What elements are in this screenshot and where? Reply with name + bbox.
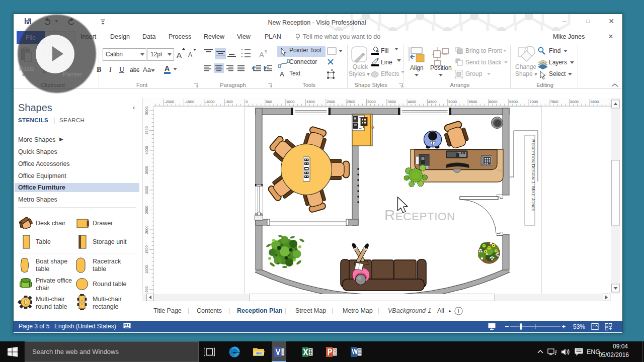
svg-text:5500: 5500	[469, 100, 477, 104]
svg-text:2000: 2000	[144, 226, 149, 234]
svg-text:-1000: -1000	[205, 100, 214, 104]
svg-text:3000: 3000	[367, 100, 376, 104]
svg-text:2500: 2500	[144, 206, 149, 214]
svg-text:4500: 4500	[144, 126, 149, 135]
svg-text:1500: 1500	[306, 100, 315, 104]
svg-text:6000: 6000	[489, 100, 498, 104]
svg-text:7000: 7000	[530, 100, 538, 104]
svg-text:1500: 1500	[144, 245, 149, 254]
svg-text:3500: 3500	[387, 100, 396, 104]
svg-text:1000: 1000	[286, 100, 295, 104]
svg-text:4000: 4000	[144, 146, 149, 155]
svg-text:500: 500	[144, 286, 149, 293]
svg-text:2000: 2000	[327, 100, 335, 104]
svg-text:A: A	[177, 51, 182, 59]
svg-text:5: 5	[265, 49, 267, 54]
svg-text:3500: 3500	[144, 166, 149, 174]
svg-text:6500: 6500	[509, 100, 518, 104]
svg-text:-2000: -2000	[165, 100, 174, 104]
svg-text:7500: 7500	[550, 100, 558, 104]
svg-text:A: A	[188, 51, 192, 58]
svg-text:5000: 5000	[144, 107, 149, 115]
svg-text:2500: 2500	[347, 100, 356, 104]
svg-text:A: A	[259, 50, 264, 59]
svg-text:A: A	[280, 70, 284, 78]
svg-text:8000: 8000	[570, 100, 579, 104]
svg-text:-1500: -1500	[185, 100, 194, 104]
svg-text:A: A	[165, 64, 170, 72]
svg-text:-500: -500	[225, 100, 233, 104]
svg-text:1000: 1000	[144, 265, 149, 274]
svg-text:0: 0	[246, 100, 248, 104]
svg-text:500: 500	[266, 100, 272, 104]
svg-text:4000: 4000	[408, 100, 417, 104]
svg-text:RECEPTION DESIGN 1: MIKE JONES: RECEPTION DESIGN 1: MIKE JONES	[531, 139, 536, 211]
svg-text:3000: 3000	[144, 186, 149, 195]
svg-text:4500: 4500	[428, 100, 437, 104]
svg-text:8500: 8500	[591, 100, 599, 104]
svg-text:5000: 5000	[448, 100, 457, 104]
svg-text:53%: 53%	[573, 323, 585, 330]
